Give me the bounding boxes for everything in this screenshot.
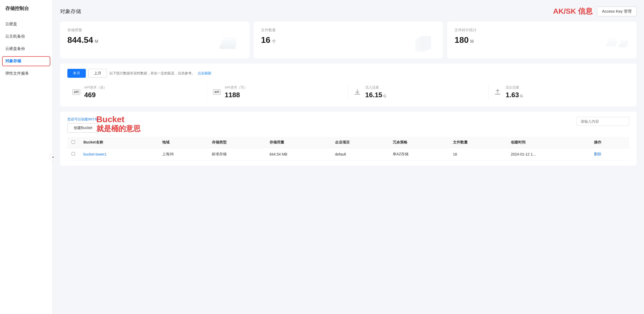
- stat-card-fragments: 文件碎片统计 180 M: [447, 22, 637, 58]
- svg-rect-3: [219, 46, 236, 49]
- sidebar-item-label: 云主机备份: [5, 34, 25, 38]
- stat-value-row-storage: 844.54 M: [67, 35, 242, 45]
- current-month-button[interactable]: 本月: [67, 69, 86, 78]
- table-header: Bucket名称 地域 存储类型 存储用量 企业项目 冗余策略 文件数量 创建时…: [67, 137, 629, 148]
- main-content: 对象存储 AK/SK 信息 Access Key 管理 存储用量 844.54 …: [53, 0, 644, 314]
- header-right: AK/SK 信息 Access Key 管理: [553, 6, 637, 16]
- th-file-count: 文件数量: [449, 137, 506, 148]
- svg-rect-16: [355, 94, 360, 95]
- metric-unit-inflow: G: [383, 94, 386, 98]
- stat-label-files: 文件数量: [261, 28, 436, 33]
- storage-illustration: [218, 35, 244, 56]
- bucket-annotation: Bucket 就是桶的意思: [96, 114, 141, 133]
- api-read-icon: API: [72, 87, 81, 97]
- page-header: 对象存储 AK/SK 信息 Access Key 管理: [60, 6, 637, 16]
- bucket-section: 您还可以创建99个桶 创建Bucket Bucket 就是桶的意思 Bucket…: [60, 112, 637, 166]
- bucket-name-cell: bucket-tower1: [79, 148, 158, 161]
- bucket-top: 您还可以创建99个桶 创建Bucket Bucket 就是桶的意思: [67, 117, 629, 133]
- th-region: 地域: [158, 137, 207, 148]
- create-bucket-button[interactable]: 创建Bucket: [67, 123, 98, 133]
- select-all-checkbox[interactable]: [72, 140, 75, 144]
- th-redundancy: 冗余策略: [388, 137, 449, 148]
- stats-row: 存储用量 844.54 M 文件数量 16 个: [60, 22, 637, 58]
- metric-value-api-read: 469: [84, 91, 96, 99]
- bucket-table: Bucket名称 地域 存储类型 存储用量 企业项目 冗余策略 文件数量 创建时…: [67, 137, 629, 161]
- metric-label-api-read: API请求（读）: [84, 85, 203, 90]
- table-body: bucket-tower1 上海36 标准存储 844.54 MB defaul…: [67, 148, 629, 161]
- sidebar-item-label: 云硬盘: [5, 22, 17, 26]
- bucket-region-cell: 上海36: [158, 148, 207, 161]
- delete-bucket-link[interactable]: 删除: [594, 152, 601, 156]
- sidebar-item-object-storage[interactable]: 对象存储: [0, 55, 52, 67]
- row-checkbox-cell: [67, 148, 79, 161]
- bucket-storage-type-cell: 标准存储: [208, 148, 265, 161]
- refresh-link[interactable]: 点击刷新: [198, 71, 211, 76]
- bucket-action-cell: 删除: [590, 148, 629, 161]
- metric-outflow: 流出流量 1.63 G: [489, 83, 629, 101]
- table-row: bucket-tower1 上海36 标准存储 844.54 MB defaul…: [67, 148, 629, 161]
- stat-value-row-fragments: 180 M: [455, 35, 629, 45]
- bucket-count-text: 您还可以创建99个桶: [67, 117, 98, 122]
- th-checkbox: [67, 137, 79, 148]
- sidebar-item-elastic-file[interactable]: 弹性文件服务: [0, 67, 52, 80]
- period-note: 以下统计数据非实时数据，存在一定的延迟，仅供参考。: [109, 71, 195, 76]
- stat-label-storage: 存储用量: [67, 28, 242, 33]
- last-month-button[interactable]: 上月: [88, 69, 107, 78]
- stat-value-storage: 844.54: [67, 35, 93, 45]
- sidebar: 存储控制台 云硬盘 云主机备份 云硬盘备份 对象存储 弹性文件服务: [0, 0, 53, 314]
- stat-card-files: 文件数量 16 个: [254, 22, 443, 58]
- search-input[interactable]: [577, 117, 629, 126]
- sidebar-collapse-button[interactable]: ◀: [49, 154, 56, 160]
- sidebar-item-label: 云硬盘备份: [5, 46, 25, 51]
- metric-label-outflow: 流出流量: [506, 85, 625, 90]
- stat-label-fragments: 文件碎片统计: [455, 28, 629, 33]
- stat-value-row-files: 16 个: [261, 35, 436, 45]
- page-title: 对象存储: [60, 8, 81, 15]
- metric-inflow: 流入流量 16.15 G: [348, 83, 489, 101]
- metrics-row: API API请求（读） 469 API API请求（写） 1188: [67, 83, 629, 101]
- svg-rect-12: [609, 39, 617, 42]
- th-project: 企业项目: [331, 137, 388, 148]
- stat-value-files: 16: [261, 35, 271, 45]
- period-controls: 本月 上月 以下统计数据非实时数据，存在一定的延迟，仅供参考。 点击刷新: [67, 69, 629, 78]
- svg-rect-15: [621, 40, 628, 44]
- files-illustration: [411, 35, 438, 56]
- row-checkbox[interactable]: [72, 152, 75, 156]
- stat-value-fragments: 180: [455, 35, 468, 45]
- svg-rect-6: [421, 36, 431, 49]
- sidebar-item-disk-backup[interactable]: 云硬盘备份: [0, 43, 52, 55]
- stat-unit-files: 个: [272, 39, 276, 44]
- bucket-project-cell: default: [331, 148, 388, 161]
- sidebar-item-label: 弹性文件服务: [5, 71, 29, 75]
- bucket-file-count-cell: 16: [449, 148, 506, 161]
- bucket-created-at-cell: 2024-01-12 1...: [507, 148, 590, 161]
- stat-unit-fragments: M: [470, 39, 474, 44]
- metric-value-api-write: 1188: [225, 91, 240, 99]
- bucket-storage-used-cell: 844.54 MB: [265, 148, 331, 161]
- sidebar-item-cloud-backup[interactable]: 云主机备份: [0, 30, 52, 43]
- svg-rect-2: [223, 37, 236, 40]
- bucket-redundancy-cell: 单AZ存储: [388, 148, 449, 161]
- metric-label-api-write: API请求（写）: [225, 85, 344, 90]
- th-name: Bucket名称: [79, 137, 158, 148]
- stat-unit-storage: M: [95, 39, 98, 44]
- bucket-name-link[interactable]: bucket-tower1: [83, 152, 107, 156]
- sidebar-item-label: 对象存储: [5, 59, 21, 63]
- access-key-button[interactable]: Access Key 管理: [597, 7, 637, 16]
- metric-value-inflow: 16.15: [365, 91, 382, 99]
- metric-api-read: API API请求（读） 469: [67, 83, 208, 101]
- metric-unit-outflow: G: [520, 94, 523, 98]
- annotation-subtitle: 就是桶的意思: [96, 124, 141, 133]
- period-section: 本月 上月 以下统计数据非实时数据，存在一定的延迟，仅供参考。 点击刷新 API…: [60, 64, 637, 106]
- metric-value-outflow: 1.63: [506, 91, 519, 99]
- api-write-icon: API: [212, 87, 222, 97]
- metric-label-inflow: 流入流量: [365, 85, 485, 90]
- metric-api-write: API API请求（写） 1188: [208, 83, 348, 101]
- th-created-at: 创建时间: [507, 137, 590, 148]
- download-icon: [353, 87, 362, 97]
- sidebar-item-cloud-disk[interactable]: 云硬盘: [0, 18, 52, 30]
- aksk-info-title: AK/SK 信息: [553, 6, 593, 16]
- sidebar-title: 存储控制台: [0, 5, 52, 18]
- th-storage-used: 存储用量: [265, 137, 331, 148]
- svg-rect-17: [495, 94, 500, 95]
